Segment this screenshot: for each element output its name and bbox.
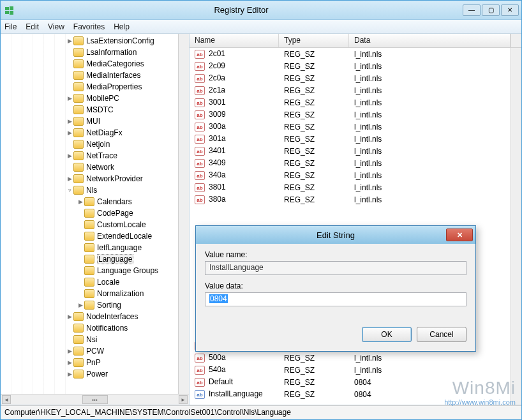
value-row[interactable]: ab2c0aREG_SZl_intl.nls — [190, 72, 511, 84]
tree-item-power[interactable]: ▶Power — [1, 368, 178, 380]
value-row[interactable]: ab2c09REG_SZl_intl.nls — [190, 60, 511, 72]
tree-item-extendedlocale[interactable]: ExtendedLocale — [1, 230, 178, 242]
menu-edit[interactable]: Edit — [26, 22, 39, 31]
folder-icon — [84, 209, 94, 218]
value-data: l_intl.nls — [349, 159, 511, 168]
value-data: l_intl.nls — [349, 147, 511, 156]
tree-item-nsi[interactable]: Nsi — [1, 334, 178, 345]
list-vscrollbar[interactable] — [511, 48, 521, 405]
tree-item-pnp[interactable]: ▶PnP — [1, 357, 178, 368]
tree-view[interactable]: ▶LsaExtensionConfigLsaInformationMediaCa… — [1, 34, 178, 394]
tree-item-normalization[interactable]: Normalization — [1, 288, 178, 299]
menu-view[interactable]: View — [48, 22, 64, 31]
tree-item-ietflanguage[interactable]: IetfLanguage — [1, 242, 178, 253]
tree-item-netjoin[interactable]: Netjoin — [1, 139, 178, 150]
tree-item-network[interactable]: Network — [1, 161, 178, 173]
tree-item-mediaproperties[interactable]: MediaProperties — [1, 81, 178, 93]
tree-label: LsaInformation — [86, 48, 137, 57]
value-type: REG_SZ — [279, 98, 349, 107]
expander-icon[interactable]: ▶ — [66, 153, 73, 159]
tree-item-netdiagfx[interactable]: ▶NetDiagFx — [1, 127, 178, 139]
value-data: l_intl.nls — [349, 366, 511, 375]
tree-item-lsainformation[interactable]: LsaInformation — [1, 47, 178, 58]
value-type: REG_SZ — [279, 195, 349, 204]
cancel-button[interactable]: Cancel — [417, 327, 466, 342]
value-row[interactable]: ab3409REG_SZl_intl.nls — [190, 157, 511, 169]
column-headers[interactable]: Name Type Data — [190, 34, 521, 48]
expander-icon[interactable]: ▶ — [77, 302, 84, 308]
tree-item-sorting[interactable]: ▶Sorting — [1, 299, 178, 311]
dialog-close-button[interactable]: ✕ — [446, 229, 473, 241]
tree-item-pcw[interactable]: ▶PCW — [1, 345, 178, 357]
minimize-button[interactable]: — — [463, 4, 481, 16]
tree-label: Locale — [97, 278, 119, 287]
value-data-field[interactable]: 0804 — [205, 292, 466, 306]
expander-icon[interactable]: ▶ — [77, 199, 84, 205]
tree-item-nettrace[interactable]: ▶NetTrace — [1, 150, 178, 161]
value-row[interactable]: ab500aREG_SZl_intl.nls — [190, 352, 511, 364]
expander-icon[interactable]: ▶ — [66, 359, 73, 366]
expander-icon[interactable]: ▿ — [66, 187, 73, 193]
col-header-name[interactable]: Name — [190, 34, 279, 47]
value-row[interactable]: ab3401REG_SZl_intl.nls — [190, 145, 511, 157]
tree-label: CodePage — [97, 209, 133, 218]
tree-item-mobilepc[interactable]: ▶MobilePC — [1, 93, 178, 104]
menu-favorites[interactable]: Favorites — [73, 22, 105, 31]
tree-item-nls[interactable]: ▿Nls — [1, 184, 178, 196]
expander-icon[interactable]: ▶ — [66, 38, 73, 44]
expander-icon[interactable]: ▶ — [66, 130, 73, 136]
tree-label: NodeInterfaces — [86, 312, 138, 321]
menu-file[interactable]: File — [4, 22, 17, 31]
value-type: REG_SZ — [279, 110, 349, 119]
expander-icon[interactable]: ▶ — [66, 371, 73, 377]
tree-item-mui[interactable]: ▶MUI — [1, 116, 178, 127]
tree-item-language[interactable]: Language — [1, 253, 178, 265]
tree-label: MobilePC — [86, 94, 119, 103]
tree-item-lsaextensionconfig[interactable]: ▶LsaExtensionConfig — [1, 35, 178, 47]
value-row[interactable]: ab2c1aREG_SZl_intl.nls — [190, 84, 511, 96]
folder-icon — [73, 71, 84, 80]
expander-icon[interactable]: ▶ — [66, 348, 73, 354]
tree-item-notifications[interactable]: Notifications — [1, 322, 178, 334]
string-value-icon: ab — [195, 74, 205, 83]
value-name: 3009 — [209, 110, 226, 119]
tree-item-nodeinterfaces[interactable]: ▶NodeInterfaces — [1, 311, 178, 322]
close-button[interactable]: ✕ — [501, 4, 519, 16]
value-row[interactable]: ab2c01REG_SZl_intl.nls — [190, 48, 511, 60]
col-header-type[interactable]: Type — [279, 34, 349, 47]
tree-vscrollbar[interactable] — [178, 34, 189, 394]
tree-hscrollbar[interactable]: ◄▪▪▪► — [1, 394, 189, 405]
tree-label: Calendars — [97, 197, 132, 206]
titlebar[interactable]: Registry Editor — ▢ ✕ — [1, 1, 521, 20]
folder-icon — [84, 220, 94, 229]
dialog-titlebar[interactable]: Edit String ✕ — [196, 226, 475, 244]
value-row[interactable]: ab300aREG_SZl_intl.nls — [190, 121, 511, 133]
value-type: REG_SZ — [279, 123, 349, 131]
tree-item-mediainterfaces[interactable]: MediaInterfaces — [1, 70, 178, 81]
expander-icon[interactable]: ▶ — [66, 118, 73, 124]
tree-item-customlocale[interactable]: CustomLocale — [1, 219, 178, 230]
expander-icon[interactable]: ▶ — [66, 313, 73, 320]
maximize-button[interactable]: ▢ — [482, 4, 500, 16]
tree-item-calendars[interactable]: ▶Calendars — [1, 196, 178, 207]
tree-item-msdtc[interactable]: MSDTC — [1, 104, 178, 116]
tree-item-locale[interactable]: Locale — [1, 276, 178, 288]
tree-item-language-groups[interactable]: Language Groups — [1, 265, 178, 276]
expander-icon[interactable]: ▶ — [66, 176, 73, 182]
ok-button[interactable]: OK — [362, 327, 412, 342]
tree-item-codepage[interactable]: CodePage — [1, 207, 178, 219]
value-row[interactable]: ab3001REG_SZl_intl.nls — [190, 96, 511, 109]
col-header-data[interactable]: Data — [349, 34, 511, 47]
value-row[interactable]: ab540aREG_SZl_intl.nls — [190, 364, 511, 376]
expander-icon[interactable]: ▶ — [66, 95, 73, 101]
tree-item-mediacategories[interactable]: MediaCategories — [1, 58, 178, 70]
list-vscroll-top[interactable] — [511, 34, 521, 47]
tree-item-networkprovider[interactable]: ▶NetworkProvider — [1, 173, 178, 184]
menu-help[interactable]: Help — [114, 22, 130, 31]
value-type: REG_SZ — [279, 390, 349, 399]
value-row[interactable]: ab3009REG_SZl_intl.nls — [190, 109, 511, 121]
value-row[interactable]: ab3801REG_SZl_intl.nls — [190, 181, 511, 193]
value-row[interactable]: ab301aREG_SZl_intl.nls — [190, 133, 511, 145]
value-row[interactable]: ab380aREG_SZl_intl.nls — [190, 193, 511, 206]
value-row[interactable]: ab340aREG_SZl_intl.nls — [190, 169, 511, 181]
